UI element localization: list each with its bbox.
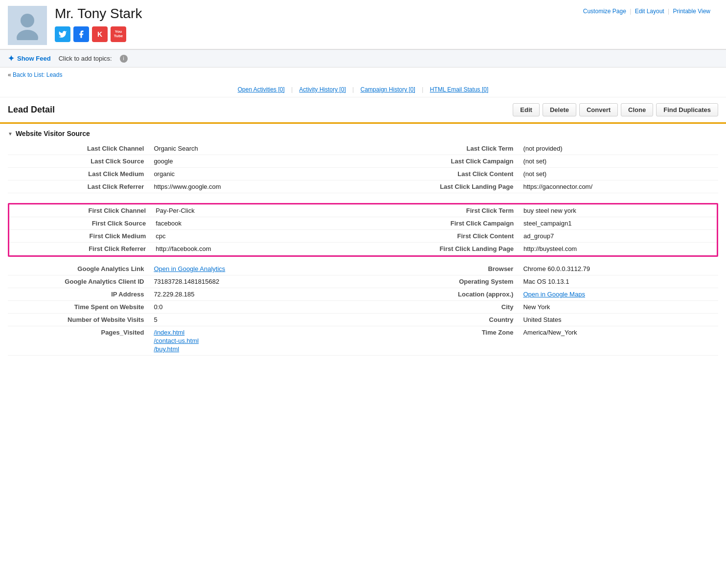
clone-button[interactable]: Clone: [621, 103, 653, 116]
table-row: First Click Channel Pay-Per-Click First …: [9, 204, 717, 217]
pages-list: /index.html /contact-us.html /buy.html: [154, 329, 359, 353]
last-click-medium-value: organic: [150, 168, 363, 181]
last-click-channel-label: Last Click Channel: [8, 142, 150, 155]
open-activities-link[interactable]: Open Activities [0]: [238, 86, 285, 93]
last-click-medium-label: Last Click Medium: [8, 168, 150, 181]
customize-page-link[interactable]: Customize Page: [583, 8, 626, 15]
page-link-contact[interactable]: /contact-us.html: [154, 337, 359, 344]
location-label: Location (approx.): [363, 288, 519, 301]
last-click-channel-value: Organic Search: [150, 142, 363, 155]
table-row: First Click Referrer http://facebook.com…: [9, 243, 717, 255]
avatar: [8, 6, 47, 45]
back-to-list-link[interactable]: Back to List: Leads: [13, 71, 62, 78]
last-click-table: Last Click Channel Organic Search Last C…: [8, 142, 718, 193]
country-label: Country: [363, 314, 519, 326]
action-buttons: Edit Delete Convert Clone Find Duplicate…: [513, 103, 718, 116]
action-bar: ✦ Show Feed Click to add topics: i: [0, 49, 726, 68]
last-click-landing-value: https://gaconnector.com/: [519, 181, 718, 193]
delete-button[interactable]: Delete: [543, 103, 576, 116]
ga-client-id-value: 73183728.1481815682: [150, 275, 363, 288]
activity-history-link[interactable]: Activity History [0]: [299, 86, 346, 93]
table-row: Google Analytics Client ID 73183728.1481…: [8, 275, 718, 288]
timezone-value: America/New_York: [519, 326, 718, 356]
analytics-section: Google Analytics Link Open in Google Ana…: [0, 261, 726, 362]
first-click-landing-value: http://buysteel.com: [519, 243, 717, 255]
visits-label: Number of Website Visits: [8, 314, 150, 326]
last-click-term-value: (not provided): [519, 142, 718, 155]
table-row: First Click Medium cpc First Click Conte…: [9, 230, 717, 243]
facebook-icon[interactable]: [73, 26, 89, 42]
page-link-index[interactable]: /index.html: [154, 329, 359, 336]
edit-button[interactable]: Edit: [513, 103, 540, 116]
first-click-medium-value: cpc: [151, 230, 363, 243]
convert-button[interactable]: Convert: [579, 103, 618, 116]
first-click-highlighted: First Click Channel Pay-Per-Click First …: [8, 203, 718, 257]
table-row: Pages_Visited /index.html /contact-us.ht…: [8, 326, 718, 356]
triangle-icon: ▼: [8, 131, 13, 136]
last-click-source-label: Last Click Source: [8, 155, 150, 168]
last-click-campaign-value: (not set): [519, 155, 718, 168]
os-value: Mac OS 10.13.1: [519, 275, 718, 288]
svg-point-0: [21, 14, 34, 27]
find-duplicates-button[interactable]: Find Duplicates: [656, 103, 718, 116]
timezone-label: Time Zone: [363, 326, 519, 356]
visits-value: 5: [150, 314, 363, 326]
last-click-campaign-label: Last Click Campaign: [363, 155, 519, 168]
table-row: Last Click Referrer https://www.google.c…: [8, 181, 718, 193]
table-row: First Click Source facebook First Click …: [9, 217, 717, 230]
first-click-referrer-label: First Click Referrer: [9, 243, 151, 255]
first-click-source-value: facebook: [151, 217, 363, 230]
breadcrumb: « Back to List: Leads: [0, 68, 726, 82]
last-click-term-label: Last Click Term: [363, 142, 519, 155]
avatar-icon: [13, 11, 42, 40]
analytics-table: Google Analytics Link Open in Google Ana…: [8, 263, 718, 356]
page-container: Mr. Tony Stark K YouTube Customize Page …: [0, 0, 726, 362]
table-row: Time Spent on Website 0:0 City New York: [8, 301, 718, 314]
pages-visited-value: /index.html /contact-us.html /buy.html: [150, 326, 363, 356]
open-in-maps-link[interactable]: Open in Google Maps: [523, 291, 585, 298]
table-row: IP Address 72.229.28.185 Location (appro…: [8, 288, 718, 301]
first-click-content-value: ad_group7: [519, 230, 717, 243]
info-icon[interactable]: i: [120, 55, 128, 63]
svg-point-1: [17, 30, 38, 40]
table-row: Last Click Channel Organic Search Last C…: [8, 142, 718, 155]
os-label: Operating System: [363, 275, 519, 288]
printable-view-link[interactable]: Printable View: [673, 8, 711, 15]
location-value[interactable]: Open in Google Maps: [519, 288, 718, 301]
last-click-landing-label: Last Click Landing Page: [363, 181, 519, 193]
first-click-table: First Click Channel Pay-Per-Click First …: [9, 204, 717, 255]
youtube-icon[interactable]: YouTube: [111, 26, 126, 42]
show-feed-label: Show Feed: [17, 55, 51, 62]
table-row: Last Click Medium organic Last Click Con…: [8, 168, 718, 181]
first-click-content-label: First Click Content: [363, 230, 519, 243]
city-label: City: [363, 301, 519, 314]
edit-layout-link[interactable]: Edit Layout: [635, 8, 664, 15]
first-click-channel-label: First Click Channel: [9, 204, 151, 217]
first-click-channel-value: Pay-Per-Click: [151, 204, 363, 217]
table-row: Last Click Source google Last Click Camp…: [8, 155, 718, 168]
first-click-referrer-value: http://facebook.com: [151, 243, 363, 255]
profile-info: Mr. Tony Stark K YouTube: [55, 6, 575, 42]
ip-address-label: IP Address: [8, 288, 150, 301]
last-click-content-label: Last Click Content: [363, 168, 519, 181]
open-in-ga-link[interactable]: Open in Google Analytics: [154, 265, 225, 272]
page-link-buy[interactable]: /buy.html: [154, 345, 359, 353]
first-click-source-label: First Click Source: [9, 217, 151, 230]
first-click-term-label: First Click Term: [363, 204, 519, 217]
top-bar: Mr. Tony Stark K YouTube Customize Page …: [0, 0, 726, 49]
time-spent-value: 0:0: [150, 301, 363, 314]
ga-link-label: Google Analytics Link: [8, 263, 150, 275]
twitter-icon[interactable]: [55, 26, 70, 42]
last-click-referrer-value: https://www.google.com: [150, 181, 363, 193]
top-links: Customize Page | Edit Layout | Printable…: [583, 6, 718, 15]
breadcrumb-arrow: «: [8, 71, 13, 78]
klout-icon[interactable]: K: [92, 26, 108, 42]
ga-link-value[interactable]: Open in Google Analytics: [150, 263, 363, 275]
nav-links: Open Activities [0] | Activity History […: [0, 82, 726, 97]
html-email-status-link[interactable]: HTML Email Status [0]: [430, 86, 489, 93]
campaign-history-link[interactable]: Campaign History [0]: [361, 86, 415, 93]
browser-value: Chrome 60.0.0.3112.79: [519, 263, 718, 275]
time-spent-label: Time Spent on Website: [8, 301, 150, 314]
table-row: Number of Website Visits 5 Country Unite…: [8, 314, 718, 326]
show-feed-button[interactable]: ✦ Show Feed: [8, 54, 51, 63]
